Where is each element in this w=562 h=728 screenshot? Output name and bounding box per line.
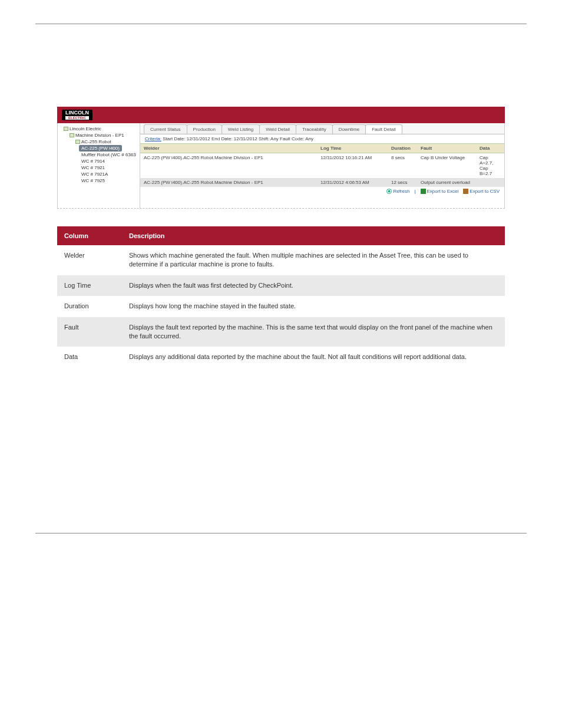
- cell-data: Cap A=2.7, Cap B=2.7: [476, 153, 504, 178]
- cell-log: 12/31/2012 10:16:21 AM: [317, 153, 388, 178]
- col-welder[interactable]: Welder: [140, 144, 317, 153]
- refresh-icon: [386, 189, 392, 194]
- desc-text: Displays any additional data reported by…: [122, 347, 505, 367]
- tree-label: Machine Division - EP1: [75, 133, 124, 138]
- tab-traceability[interactable]: Traceability: [296, 124, 333, 134]
- tab-downtime[interactable]: Downtime: [332, 124, 366, 134]
- excel-label: Export to Excel: [427, 189, 459, 194]
- desc-col: Data: [57, 347, 122, 367]
- csv-icon: [463, 189, 468, 194]
- cell-welder: AC-225 (PW i400).AC-255 Robot.Machine Di…: [140, 178, 317, 187]
- criteria-link[interactable]: Criteria:: [145, 136, 161, 141]
- tree-root[interactable]: Lincoln Electric: [58, 126, 140, 132]
- tab-production[interactable]: Production: [187, 124, 222, 134]
- cell-fault: Cap B Under Voltage: [417, 153, 476, 178]
- tree-node[interactable]: Machine Division - EP1: [58, 132, 140, 139]
- tab-weld-detail[interactable]: Weld Detail: [259, 124, 296, 134]
- desc-header-description: Description: [122, 226, 505, 245]
- tree-node[interactable]: WC # 7914: [58, 158, 140, 164]
- desc-col: Log Time: [57, 275, 122, 296]
- column-description-table: Column Description Welder Shows which ma…: [57, 226, 505, 368]
- table-row[interactable]: AC-225 (PW i400).AC-255 Robot.Machine Di…: [140, 153, 504, 178]
- tree-node[interactable]: WC # 7921: [58, 164, 140, 171]
- tree-node[interactable]: WC # 7921A: [58, 171, 140, 177]
- tab-strip: Current Status Production Weld Listing W…: [140, 123, 504, 134]
- refresh-button[interactable]: Refresh: [386, 189, 409, 194]
- export-csv-button[interactable]: Export to CSV: [463, 189, 500, 194]
- desc-col: Fault: [57, 317, 122, 347]
- export-excel-button[interactable]: Export to Excel: [421, 189, 459, 194]
- divider: |: [414, 189, 415, 194]
- desc-text: Displays when the fault was first detect…: [122, 275, 505, 296]
- table-row[interactable]: AC-225 (PW i400).AC-255 Robot.Machine Di…: [140, 178, 504, 187]
- desc-text: Displays how long the machine stayed in …: [122, 296, 505, 317]
- criteria-value: Start Date: 12/31/2012 End Date: 12/31/2…: [163, 136, 313, 141]
- brand-logo: LINCOLN ELECTRIC: [62, 110, 92, 120]
- brand-bar: LINCOLN ELECTRIC: [57, 107, 505, 123]
- asset-tree: Lincoln Electric Machine Division - EP1 …: [58, 123, 140, 208]
- folder-icon: [64, 127, 68, 131]
- tree-label: Lincoln Electric: [70, 126, 101, 131]
- folder-icon: [70, 133, 74, 137]
- desc-header-column: Column: [57, 226, 122, 245]
- tab-fault-detail[interactable]: Fault Detail: [365, 124, 402, 134]
- tree-node[interactable]: WC # 7925: [58, 177, 140, 184]
- cell-welder: AC-225 (PW i400).AC-255 Robot.Machine Di…: [140, 153, 317, 178]
- grid-toolbar: Refresh | Export to Excel Export to CSV: [140, 187, 504, 196]
- criteria-row: Criteria: Start Date: 12/31/2012 End Dat…: [140, 134, 504, 143]
- col-fault[interactable]: Fault: [417, 144, 476, 153]
- folder-icon: [75, 140, 80, 144]
- desc-text: Shows which machine generated the fault.…: [122, 245, 505, 275]
- desc-col: Duration: [57, 296, 122, 317]
- main-pane: Current Status Production Weld Listing W…: [140, 123, 504, 208]
- tree-node-selected[interactable]: AC-225 (PW i400): [79, 145, 122, 151]
- tab-weld-listing[interactable]: Weld Listing: [222, 124, 260, 134]
- col-duration[interactable]: Duration: [388, 144, 417, 153]
- csv-label: Export to CSV: [470, 189, 500, 194]
- refresh-label: Refresh: [393, 189, 409, 194]
- fault-detail-screenshot: LINCOLN ELECTRIC Lincoln Electric Machin…: [57, 107, 505, 209]
- brand-top: LINCOLN: [65, 110, 89, 116]
- col-log-time[interactable]: Log Time: [317, 144, 388, 153]
- tree-node[interactable]: Muffler Robot (WC # 6363: [58, 151, 140, 158]
- cell-log: 12/31/2012 4:06:53 AM: [317, 178, 388, 187]
- col-data[interactable]: Data: [476, 144, 504, 153]
- cell-fault: Output current overload: [417, 178, 476, 187]
- cell-dur: 12 secs: [388, 178, 417, 187]
- cell-dur: 8 secs: [388, 153, 417, 178]
- desc-col: Welder: [57, 245, 122, 275]
- desc-text: Displays the fault text reported by the …: [122, 317, 505, 347]
- tree-label: AC-255 Robot: [81, 139, 111, 144]
- tab-current-status[interactable]: Current Status: [144, 124, 187, 134]
- brand-sub: ELECTRIC: [65, 116, 89, 120]
- grid-header: Welder Log Time Duration Fault Data: [140, 143, 504, 153]
- tree-node[interactable]: AC-255 Robot: [58, 139, 140, 145]
- cell-data: [476, 178, 504, 187]
- excel-icon: [421, 189, 426, 194]
